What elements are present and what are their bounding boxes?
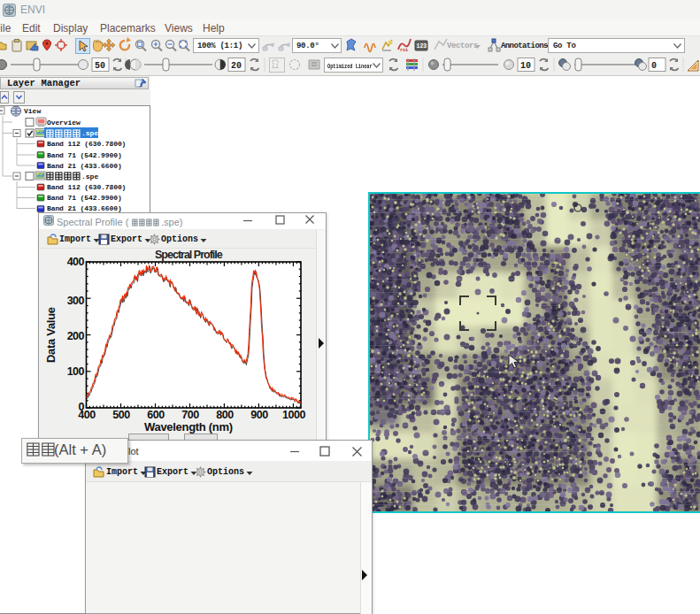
svg-text:0: 0 — [651, 61, 657, 71]
svg-text:20: 20 — [231, 61, 242, 71]
svg-text:50: 50 — [95, 61, 105, 71]
svg-text:10: 10 — [520, 61, 531, 71]
svg-text:roi: roi — [400, 48, 408, 53]
svg-text:123: 123 — [417, 43, 427, 50]
